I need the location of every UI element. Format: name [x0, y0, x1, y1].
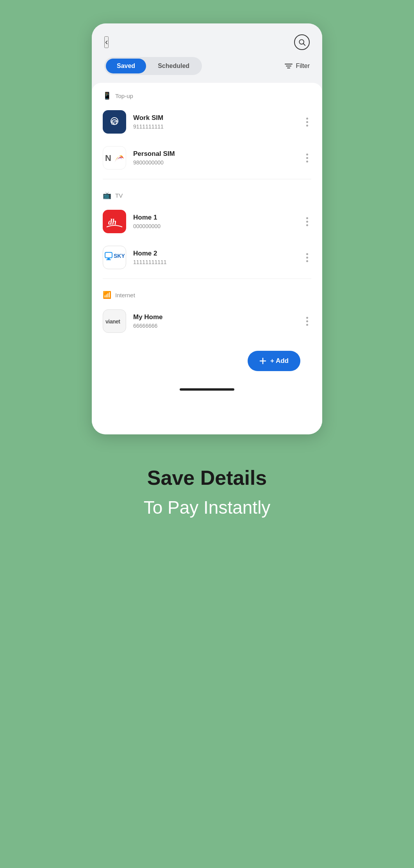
back-button[interactable]: ‹: [104, 36, 109, 48]
logo-vianet: vianet: [103, 309, 126, 333]
tab-scheduled[interactable]: Scheduled: [147, 59, 200, 73]
home-indicator: [180, 388, 234, 391]
home2-text: Home 2 11111111111: [133, 250, 296, 265]
add-button-label: + Add: [270, 357, 289, 365]
logo-nt: NT: [103, 110, 126, 134]
tab-group: Saved Scheduled: [104, 57, 202, 75]
add-btn-wrap: + Add: [92, 339, 322, 383]
svg-rect-9: [107, 258, 110, 259]
top-bar: ‹: [92, 23, 322, 57]
home2-more-button[interactable]: [303, 250, 311, 265]
work-sim-more-button[interactable]: [303, 114, 311, 130]
search-icon: [298, 38, 306, 46]
logo-sky: SKY: [103, 246, 126, 269]
internet-icon: 📶: [103, 291, 111, 299]
plus-icon: [259, 357, 266, 364]
work-sim-text: Work SIM 9111111111: [133, 114, 296, 130]
logo-dishhome: dh: [103, 210, 126, 233]
home1-title: Home 1: [133, 214, 296, 221]
home2-title: Home 2: [133, 250, 296, 257]
home1-text: Home 1 000000000: [133, 214, 296, 229]
ncell-logo-svg: N: [104, 150, 125, 166]
svg-text:dh: dh: [108, 218, 116, 226]
nt-logo-svg: NT: [106, 114, 123, 130]
vianet-logo-svg: vianet: [105, 316, 124, 326]
add-button[interactable]: + Add: [248, 351, 300, 371]
home2-subtitle: 11111111111: [133, 259, 296, 265]
filter-label: Filter: [296, 63, 310, 70]
dishhome-logo-svg: dh: [105, 212, 124, 231]
search-button[interactable]: [294, 34, 310, 50]
list-item-home2[interactable]: SKY Home 2 11111111111: [92, 239, 322, 275]
list-item-work-sim[interactable]: NT Work SIM 9111111111: [92, 104, 322, 140]
list-item-personal-sim[interactable]: N Personal SIM 9800000000: [92, 140, 322, 176]
filter-icon: [285, 64, 293, 68]
svg-text:vianet: vianet: [105, 318, 120, 325]
promo-title: Save Details: [144, 466, 271, 490]
list-item-home1[interactable]: dh Home 1 000000000: [92, 204, 322, 239]
myhome-title: My Home: [133, 313, 296, 321]
personal-sim-text: Personal SIM 9800000000: [133, 150, 296, 166]
personal-sim-title: Personal SIM: [133, 150, 296, 158]
home1-more-button[interactable]: [303, 214, 311, 229]
topup-label: Top-up: [115, 93, 133, 99]
svg-line-1: [303, 44, 305, 46]
work-sim-title: Work SIM: [133, 114, 296, 122]
myhome-more-button[interactable]: [303, 314, 311, 329]
svg-rect-8: [105, 252, 112, 258]
logo-ncell: N: [103, 146, 126, 170]
promo-subtitle: To Pay Instantly: [144, 496, 271, 520]
section-tv-header: 📺 TV: [92, 182, 322, 204]
tv-icon: 📺: [103, 191, 111, 200]
myhome-text: My Home 66666666: [133, 313, 296, 329]
personal-sim-more-button[interactable]: [303, 150, 311, 166]
svg-text:SKY: SKY: [114, 253, 125, 259]
tab-saved[interactable]: Saved: [106, 59, 146, 73]
content-area: 📱 Top-up NT Work SIM 9111111111: [92, 83, 322, 434]
phone-card: ‹ Saved Scheduled Filter 📱 Top-up: [92, 23, 322, 434]
internet-label: Internet: [115, 292, 135, 298]
myhome-subtitle: 66666666: [133, 323, 296, 329]
list-item-myhome[interactable]: vianet My Home 66666666: [92, 303, 322, 339]
svg-rect-10: [106, 259, 111, 260]
tab-bar: Saved Scheduled Filter: [92, 57, 322, 83]
section-internet-header: 📶 Internet: [92, 282, 322, 303]
filter-button[interactable]: Filter: [285, 63, 310, 70]
section-topup-header: 📱 Top-up: [92, 83, 322, 104]
work-sim-subtitle: 9111111111: [133, 123, 296, 130]
divider-tv-internet: [103, 279, 311, 279]
tv-label: TV: [115, 192, 123, 199]
svg-text:N: N: [105, 153, 111, 163]
personal-sim-subtitle: 9800000000: [133, 159, 296, 166]
home1-subtitle: 000000000: [133, 223, 296, 229]
sky-logo-svg: SKY: [104, 252, 125, 263]
topup-icon: 📱: [103, 91, 111, 100]
divider-topup-tv: [103, 179, 311, 179]
promo-section: Save Details To Pay Instantly: [120, 434, 294, 543]
